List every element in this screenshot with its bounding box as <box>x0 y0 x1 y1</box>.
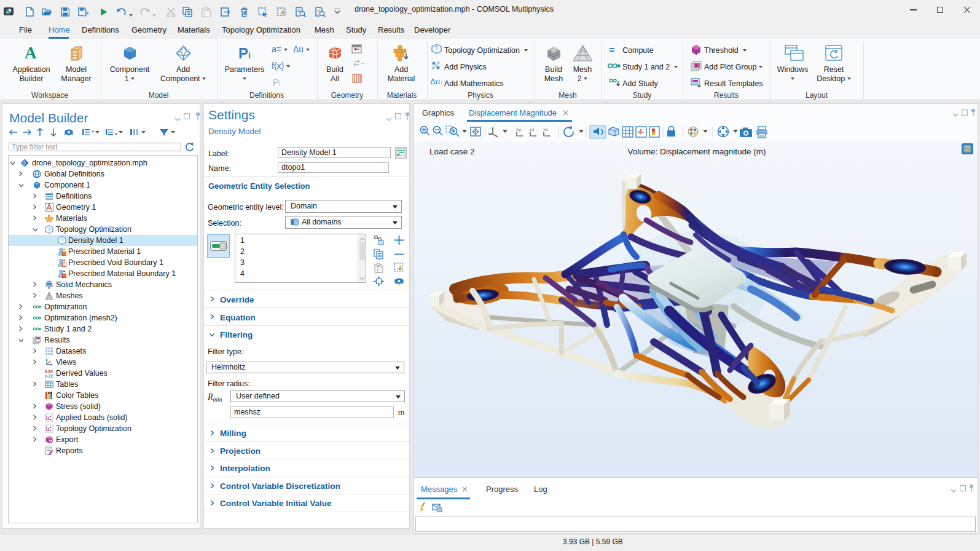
svg-text:?: ? <box>434 46 438 52</box>
svg-text:e-12: e-12 <box>45 374 53 378</box>
svg-text:xy: xy <box>516 127 521 132</box>
svg-text:8.85: 8.85 <box>45 370 53 374</box>
svg-text:?: ? <box>48 226 51 232</box>
svg-text:xz: xz <box>543 127 548 132</box>
svg-text:yz: yz <box>530 127 535 132</box>
svg-text:?: ? <box>61 237 64 244</box>
